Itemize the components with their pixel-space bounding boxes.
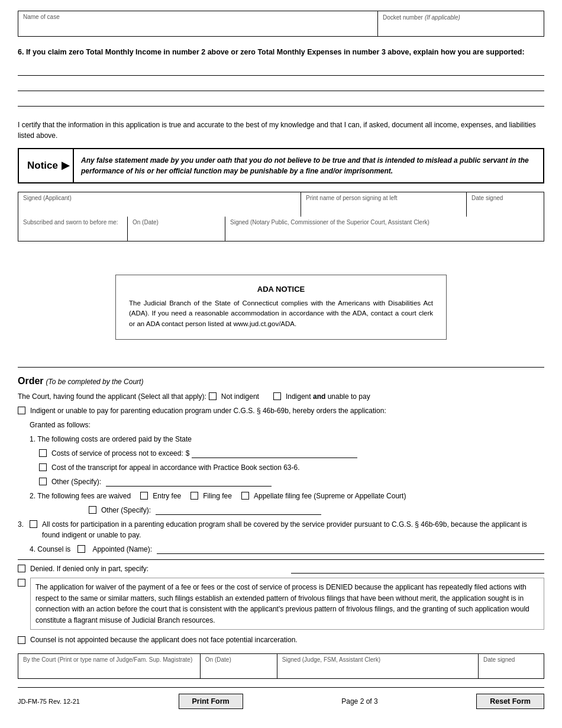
- counsel-not-appointed-text: Counsel is not appointed because the app…: [30, 634, 298, 645]
- ada-notice-box: ADA NOTICE The Judicial Branch of the St…: [115, 275, 447, 340]
- subscribed-cell: Subscribed and sworn to before me:: [18, 217, 128, 241]
- counsel-not-appointed-checkbox[interactable]: [18, 636, 25, 644]
- certify-text: I certify that the information in this a…: [18, 120, 544, 141]
- section-divider: [18, 367, 544, 368]
- section6: 6. If you claim zero Total Monthly Incom…: [18, 44, 544, 114]
- item1c-label: Other (Specify):: [51, 476, 101, 487]
- item1-title-text: 1. The following costs are ordered paid …: [30, 434, 192, 444]
- sig-date-signed-value: [471, 201, 539, 214]
- notary-label: Signed (Notary Public, Commissioner of t…: [230, 219, 539, 226]
- denied-line: Denied. If denied only in part, specify:: [18, 559, 544, 574]
- denied-checkbox[interactable]: [18, 565, 25, 572]
- page-number: Page 2 of 3: [341, 697, 377, 706]
- case-name-label: Name of case: [23, 14, 373, 20]
- section6-lines: [18, 63, 544, 107]
- ada-body: The Judicial Branch of the State of Conn…: [129, 298, 433, 330]
- text-line-1: [18, 63, 544, 76]
- item2-line: 2. The following fees are waived Entry f…: [30, 491, 544, 501]
- item2-other-checkbox[interactable]: [89, 506, 96, 514]
- item1a-symbol: $: [186, 448, 190, 459]
- on-date-label: On (Date): [133, 219, 220, 226]
- reset-button[interactable]: Reset Form: [476, 694, 544, 709]
- item4-checkbox[interactable]: [77, 545, 85, 553]
- item3-line: 3. All costs for participation in a pare…: [18, 519, 544, 540]
- item2-other-line: Other (Specify):: [89, 505, 544, 516]
- form-id: JD-FM-75 Rev. 12-21: [18, 698, 80, 705]
- court-intro-line: The Court, having found the applicant (S…: [18, 391, 544, 402]
- bottom-sig-court-label: By the Court (Print or type name of Judg…: [23, 656, 195, 663]
- item2-entry-checkbox[interactable]: [140, 492, 148, 500]
- bottom-sig-datesigned-cell: Date signed: [479, 654, 544, 678]
- item2-other-field[interactable]: [156, 505, 321, 515]
- indigent-or-text: Indigent or unable to pay for parenting …: [30, 405, 386, 416]
- text-line-3: [18, 94, 544, 107]
- item1b-text: Cost of the transcript for appeal in acc…: [51, 462, 300, 473]
- case-name-value: [23, 20, 373, 33]
- sig-print-name-label: Print name of person signing at left: [306, 195, 461, 201]
- item1a-checkbox[interactable]: [39, 449, 47, 457]
- sig-applicant-value: [23, 201, 296, 214]
- item4-appointed-label: Appointed (Name):: [92, 544, 152, 555]
- indigent-unable-checkbox[interactable]: [273, 392, 281, 400]
- notary-value: [230, 226, 539, 239]
- item4-name-field[interactable]: [157, 545, 544, 554]
- item2-filing-checkbox[interactable]: [190, 492, 198, 500]
- item1c-checkbox[interactable]: [39, 478, 47, 485]
- docket-value: [383, 21, 539, 34]
- granted-text: Granted as follows:: [30, 420, 91, 430]
- denied-para-checkbox[interactable]: [18, 579, 25, 587]
- indigent-or-line: Indigent or unable to pay for parenting …: [18, 405, 544, 416]
- item3-text: All costs for participation in a parenti…: [42, 519, 544, 540]
- notice-label: Notice: [27, 160, 58, 172]
- item1-title-line: 1. The following costs are ordered paid …: [30, 434, 544, 444]
- bottom-sig-signed-value: [282, 663, 473, 676]
- item1b-checkbox[interactable]: [39, 463, 47, 471]
- docket-note: (If applicable): [425, 14, 460, 21]
- text-line-2: [18, 78, 544, 91]
- bottom-sig-row: By the Court (Print or type name of Judg…: [18, 653, 544, 679]
- item3-checkbox[interactable]: [30, 520, 37, 528]
- notice-box: Notice ▶ Any false statement made by you…: [18, 148, 544, 183]
- indigent-unable-label: Indigent and unable to pay: [286, 391, 370, 402]
- notice-body: Any false statement made by you under oa…: [73, 149, 543, 182]
- court-intro-text: The Court, having found the applicant (S…: [18, 391, 206, 402]
- sig-print-name-value: [306, 201, 461, 214]
- item4-line: 4. Counsel is Appointed (Name):: [30, 544, 544, 555]
- item1c-specify-field[interactable]: [106, 477, 272, 487]
- order-title-bold: Order: [18, 376, 44, 386]
- denied-specify-field[interactable]: [291, 564, 545, 574]
- denied-para-text: The application for waiver of the paymen…: [30, 578, 544, 630]
- subscribed-label: Subscribed and sworn to before me:: [23, 219, 122, 226]
- item1a-line: Costs of service of process not to excee…: [39, 448, 544, 459]
- bottom-sig-signed-cell: Signed (Judge, FSM, Assistant Clerk): [277, 654, 479, 678]
- sig-date-signed-cell: Date signed: [467, 192, 544, 217]
- ada-title: ADA NOTICE: [129, 285, 433, 294]
- bottom-sig-court-value: [23, 663, 195, 676]
- order-title-note: (To be completed by the Court): [46, 378, 143, 386]
- sig-row-2: Subscribed and sworn to before me: On (D…: [18, 217, 544, 241]
- bottom-sig-datesigned-value: [483, 663, 539, 676]
- footer: JD-FM-75 Rev. 12-21 Print Form Page 2 of…: [18, 687, 544, 709]
- item1a-amount-field[interactable]: [192, 449, 357, 458]
- bottom-sig-datesigned-label: Date signed: [483, 656, 539, 663]
- not-indigent-checkbox[interactable]: [209, 392, 217, 400]
- sig-applicant-cell: Signed (Applicant): [18, 192, 301, 217]
- item2-appellate-checkbox[interactable]: [241, 492, 249, 500]
- denied-para-line: The application for waiver of the paymen…: [18, 578, 544, 630]
- granted-line: Granted as follows:: [30, 420, 544, 430]
- indigent-or-checkbox[interactable]: [18, 407, 25, 414]
- item2-other-label: Other (Specify):: [101, 505, 151, 516]
- not-indigent-label: Not indigent: [221, 391, 259, 402]
- item4-label: 4. Counsel is: [30, 544, 70, 555]
- sig-applicant-label: Signed (Applicant): [23, 195, 296, 201]
- header-row: Name of case Docket number (If applicabl…: [18, 11, 544, 37]
- item2-filing-label: Filing fee: [203, 491, 232, 501]
- sig-print-name-cell: Print name of person signing at left: [301, 192, 467, 217]
- subscribed-value: [23, 226, 122, 239]
- print-button[interactable]: Print Form: [179, 694, 243, 709]
- bottom-sig-court-cell: By the Court (Print or type name of Judg…: [18, 654, 201, 678]
- section6-label: 6. If you claim zero Total Monthly Incom…: [18, 47, 544, 58]
- counsel-not-appointed-line: Counsel is not appointed because the app…: [18, 634, 544, 645]
- item2-appellate-label: Appellate filing fee (Supreme or Appella…: [254, 491, 406, 501]
- on-date-cell: On (Date): [128, 217, 225, 241]
